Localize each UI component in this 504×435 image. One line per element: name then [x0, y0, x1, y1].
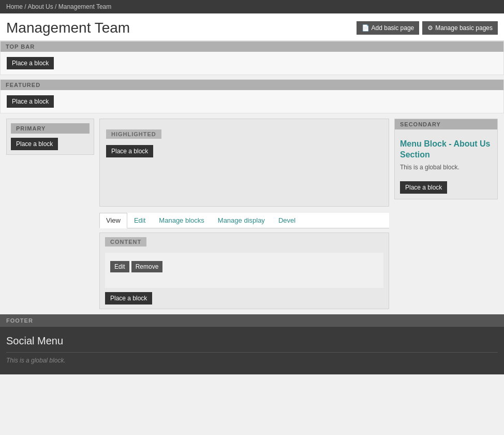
footer-inner: Social Menu This is a global block.	[0, 327, 504, 374]
left-panel: PRIMARY Place a block	[6, 119, 94, 309]
footer-label: FOOTER	[0, 314, 504, 327]
content-remove-button[interactable]: Remove	[131, 261, 163, 272]
secondary-panel: SECONDARY Menu Block - About Us Section …	[394, 119, 498, 309]
tabs-bar: View Edit Manage blocks Manage display D…	[99, 213, 389, 228]
primary-region: PRIMARY Place a block	[6, 119, 94, 155]
add-basic-page-button[interactable]: 📄 Add basic page	[357, 21, 420, 35]
primary-place-block-button[interactable]: Place a block	[11, 138, 58, 150]
featured-label: FEATURED	[1, 80, 503, 90]
top-bar-place-block-button[interactable]: Place a block	[7, 57, 54, 69]
add-page-icon: 📄	[362, 24, 369, 32]
footer-block-title: Social Menu	[6, 335, 498, 347]
breadcrumb-about[interactable]: About Us	[27, 3, 53, 10]
manage-basic-pages-button[interactable]: ⚙ Manage basic pages	[422, 21, 498, 35]
tab-manage-display[interactable]: Manage display	[211, 213, 272, 228]
highlighted-place-block-button[interactable]: Place a block	[106, 145, 153, 157]
page-header: Management Team 📄 Add basic page ⚙ Manag…	[0, 13, 504, 41]
breadcrumb-bar: Home / About Us / Management Team	[0, 0, 504, 13]
highlighted-label: HIGHLIGHTED	[106, 129, 161, 139]
content-inner: Edit Remove	[105, 253, 383, 288]
header-actions: 📄 Add basic page ⚙ Manage basic pages	[357, 21, 498, 35]
footer-region: FOOTER Social Menu This is a global bloc…	[0, 314, 504, 374]
top-bar-region: TOP BAR Place a block	[0, 41, 504, 75]
breadcrumb-home[interactable]: Home	[6, 3, 23, 10]
featured-inner: Place a block	[1, 90, 503, 113]
tab-edit[interactable]: Edit	[127, 213, 152, 228]
footer-global-text: This is a global block.	[6, 357, 498, 364]
breadcrumb-sep2: /	[55, 3, 58, 10]
footer-separator	[6, 352, 498, 353]
tab-view[interactable]: View	[99, 213, 127, 228]
content-label: CONTENT	[105, 237, 146, 247]
primary-label: PRIMARY	[11, 123, 90, 134]
content-region: CONTENT Edit Remove Place a block	[99, 233, 389, 309]
content-edit-button[interactable]: Edit	[110, 261, 129, 272]
featured-region: FEATURED Place a block	[0, 79, 504, 113]
top-bar-label: TOP BAR	[1, 41, 503, 52]
featured-place-block-button[interactable]: Place a block	[7, 95, 54, 108]
tab-devel[interactable]: Devel	[272, 213, 302, 228]
center-panel: HIGHLIGHTED Place a block View Edit Mana…	[99, 119, 389, 309]
menu-block-description: This is a global block.	[400, 164, 492, 171]
top-bar-inner: Place a block	[1, 52, 503, 75]
secondary-label: SECONDARY	[395, 119, 497, 129]
gear-icon: ⚙	[427, 24, 433, 32]
content-actions: Edit Remove	[110, 261, 378, 272]
menu-block-title: Menu Block - About Us Section	[400, 139, 492, 161]
page-title: Management Team	[6, 20, 130, 36]
breadcrumb-current: Management Team	[58, 3, 112, 10]
main-area: PRIMARY Place a block HIGHLIGHTED Place …	[0, 113, 504, 314]
tab-manage-blocks[interactable]: Manage blocks	[152, 213, 211, 228]
highlighted-region: HIGHLIGHTED Place a block	[99, 119, 389, 207]
breadcrumb: Home / About Us / Management Team	[6, 3, 111, 10]
secondary-region: SECONDARY Menu Block - About Us Section …	[394, 119, 498, 199]
content-place-block-button[interactable]: Place a block	[105, 292, 152, 304]
secondary-inner: Menu Block - About Us Section This is a …	[395, 134, 497, 181]
secondary-place-block-button[interactable]: Place a block	[400, 181, 447, 194]
